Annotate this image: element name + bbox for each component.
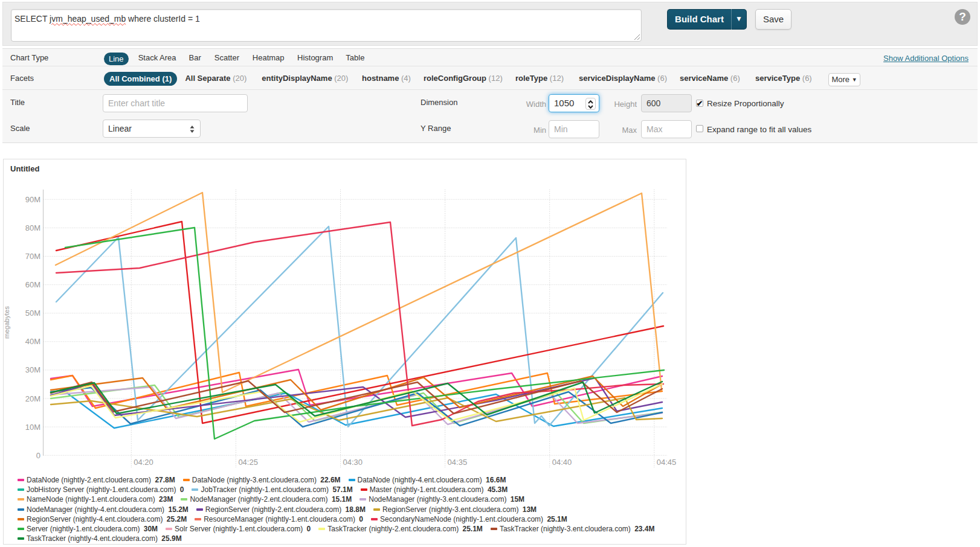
svg-text:04:20: 04:20 [134,458,153,467]
svg-text:30M: 30M [25,365,40,374]
svg-text:04:30: 04:30 [343,458,363,467]
svg-text:10M: 10M [25,423,40,432]
svg-text:04:35: 04:35 [448,458,468,467]
svg-text:04:40: 04:40 [552,458,572,467]
svg-text:0: 0 [36,451,40,460]
svg-text:80M: 80M [25,223,40,232]
svg-text:60M: 60M [25,280,40,289]
svg-text:90M: 90M [25,195,40,204]
svg-text:04:45: 04:45 [657,458,677,467]
svg-text:40M: 40M [25,337,40,346]
svg-text:50M: 50M [25,309,40,318]
svg-text:70M: 70M [25,252,40,261]
svg-text:20M: 20M [25,394,40,403]
svg-text:megabytes: megabytes [4,306,10,339]
svg-text:04:25: 04:25 [238,458,258,467]
